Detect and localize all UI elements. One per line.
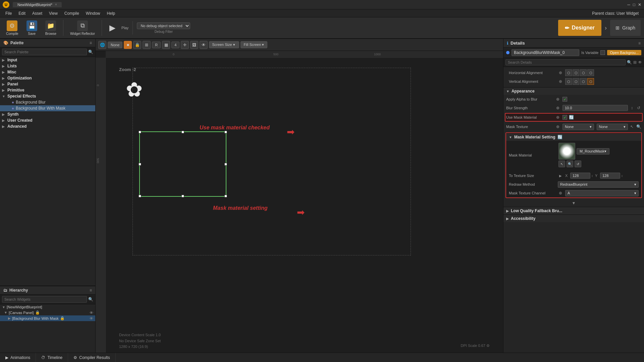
- palette-item-synth[interactable]: ▶ Synth: [0, 111, 95, 117]
- dpi-settings-icon[interactable]: ⚙: [486, 344, 490, 348]
- ha-center-button[interactable]: ⬡: [573, 69, 579, 76]
- lock-icon[interactable]: 🔒: [60, 316, 65, 320]
- mask-material-section-header[interactable]: ▼ Mask Material Setting 🔄: [506, 133, 641, 141]
- save-button[interactable]: 💾 Save: [24, 19, 40, 37]
- va-center-button[interactable]: ⬡: [573, 78, 579, 85]
- image-tool[interactable]: 🖼: [190, 41, 198, 49]
- menu-help[interactable]: Help: [104, 10, 119, 16]
- blur-strength-input[interactable]: [562, 105, 628, 111]
- to-texture-expand-icon[interactable]: ▶: [558, 174, 563, 178]
- mask-material-search-button[interactable]: 🔍: [567, 161, 573, 167]
- widget-name-input[interactable]: [512, 49, 579, 56]
- mask-texture-type-dropdown[interactable]: None ▾: [597, 124, 628, 130]
- use-mask-checkbox[interactable]: [562, 115, 567, 120]
- debug-object-select[interactable]: No debug object selected: [137, 22, 190, 29]
- handle-tm[interactable]: [181, 131, 184, 133]
- mask-texture-reset-icon[interactable]: ⊕: [555, 124, 560, 129]
- open-background-button[interactable]: Open Backgrou...: [607, 50, 641, 55]
- palette-item-lists[interactable]: ▶ Lists: [0, 63, 95, 69]
- play-button[interactable]: ▶: [106, 21, 119, 34]
- minimize-button[interactable]: ─: [627, 2, 630, 7]
- screen-size-dropdown[interactable]: Screen Size ▾: [209, 41, 239, 48]
- palette-item-misc[interactable]: ▶ Misc: [0, 69, 95, 75]
- ha-fill-button[interactable]: ⬡: [587, 69, 594, 76]
- graph-button[interactable]: ⊞ Graph: [610, 20, 641, 36]
- palette-item-background-blur[interactable]: ★ Background Blur: [0, 99, 95, 105]
- va-reset-icon[interactable]: ⊕: [558, 79, 563, 84]
- browse-button[interactable]: 📁 Browse: [43, 19, 59, 37]
- grid-tool[interactable]: ⊞: [143, 41, 151, 49]
- blur-strength-reset2-icon[interactable]: ↺: [636, 106, 641, 110]
- x-arrow-icon[interactable]: ↕: [591, 174, 593, 178]
- details-eye-icon[interactable]: 👁: [638, 60, 642, 65]
- hierarchy-search-input[interactable]: [2, 296, 87, 303]
- low-quality-section-header[interactable]: ▶ Low Quality Fallback Bru...: [503, 207, 644, 215]
- menu-compile[interactable]: Compile: [61, 10, 83, 16]
- mask-texture-arrow-icon[interactable]: ↖: [629, 124, 635, 129]
- palette-search-input[interactable]: [2, 49, 87, 55]
- palette-item-primitive[interactable]: ▶ Primitive: [0, 87, 95, 93]
- menu-asset[interactable]: Asset: [29, 10, 46, 16]
- collapse-icon[interactable]: ▼: [572, 201, 576, 205]
- handle-mr[interactable]: [224, 163, 227, 166]
- apply-alpha-checkbox[interactable]: [562, 97, 567, 102]
- va-top-button[interactable]: ⬡: [565, 78, 572, 85]
- mask-texture-none-dropdown[interactable]: None ▾: [562, 124, 594, 130]
- eye-icon[interactable]: 👁: [90, 316, 93, 320]
- mask-texture-channel-reset-icon[interactable]: ⊕: [558, 191, 563, 195]
- menu-view[interactable]: View: [46, 10, 61, 16]
- selected-widget-box[interactable]: [139, 131, 226, 197]
- hierarchy-item-blueprint[interactable]: ▼ [NewWidgetBlueprint]: [0, 304, 95, 310]
- handle-br[interactable]: [224, 195, 227, 197]
- appearance-section-header[interactable]: ▼ Appearance: [503, 87, 644, 95]
- palette-item-advanced[interactable]: ▶ Advanced: [0, 123, 95, 129]
- menu-edit[interactable]: Edit: [15, 10, 29, 16]
- palette-item-optimization[interactable]: ▶ Optimization: [0, 75, 95, 81]
- y-arrow-icon[interactable]: ↕: [621, 174, 623, 178]
- ha-reset-icon[interactable]: ⊕: [558, 70, 563, 75]
- handle-bm[interactable]: [181, 195, 184, 197]
- accessibility-section-header[interactable]: ▶ Accessibility: [503, 215, 644, 222]
- eye-icon[interactable]: 👁: [90, 311, 93, 315]
- blur-strength-reset-icon[interactable]: ⊕: [555, 106, 560, 110]
- mask-texture-channel-dropdown[interactable]: A ▾: [565, 190, 639, 196]
- is-variable-checkbox[interactable]: [600, 50, 605, 55]
- palette-item-background-blur-mask[interactable]: ★ Background Blur With Mask: [0, 105, 95, 111]
- mask-material-name-dropdown[interactable]: M_RoundMask ▾: [577, 148, 609, 155]
- color-tool-orange[interactable]: ■: [124, 41, 132, 49]
- hierarchy-item-canvas[interactable]: ▼ [Canvas Panel] 🔒 👁: [0, 310, 95, 315]
- blur-strength-arrow-icon[interactable]: ↕: [629, 106, 635, 110]
- hierarchy-menu-icon[interactable]: ≡: [90, 288, 92, 293]
- palette-item-user-created[interactable]: ▶ User Created: [0, 117, 95, 123]
- mask-texture-search2-icon[interactable]: 🔍: [636, 124, 641, 129]
- va-bottom-button[interactable]: ⬡: [580, 78, 587, 85]
- globe-tool[interactable]: 🌐: [98, 41, 106, 49]
- use-mask-reset-icon[interactable]: ⊕: [555, 115, 560, 120]
- hierarchy-item-bgblur[interactable]: ▶ [Background Blur With Mask 🔒 👁: [0, 315, 95, 321]
- designer-button[interactable]: ✏ Designer: [558, 20, 601, 36]
- mask-material-refresh-icon[interactable]: 🔄: [557, 135, 563, 139]
- widget-reflector-button[interactable]: ⧉ Widget Reflector: [67, 19, 98, 37]
- tab-close-button[interactable]: ×: [55, 3, 57, 6]
- fill-screen-dropdown[interactable]: Fill Screen ▾: [240, 41, 267, 48]
- handle-tl[interactable]: [139, 131, 141, 133]
- maximize-button[interactable]: □: [633, 2, 635, 7]
- move-tool[interactable]: ✛: [181, 41, 189, 49]
- grid2-tool[interactable]: ▦: [162, 41, 170, 49]
- mask-material-reset-button[interactable]: ↺: [575, 161, 581, 167]
- redraw-method-dropdown[interactable]: RedrawBlueprint ▾: [558, 181, 639, 188]
- menu-window[interactable]: Window: [83, 10, 104, 16]
- va-fill-button[interactable]: ⬡: [587, 78, 594, 85]
- eye2-tool[interactable]: 👁: [200, 41, 208, 49]
- timeline-tab[interactable]: ⏱ Timeline: [36, 353, 68, 362]
- palette-menu-icon[interactable]: ≡: [90, 41, 92, 45]
- animations-tab[interactable]: ▶ Animations: [0, 353, 36, 362]
- lock-tool[interactable]: 🔒: [133, 41, 141, 49]
- details-search-input[interactable]: [505, 59, 626, 65]
- handle-ml[interactable]: [139, 163, 141, 166]
- editor-tab[interactable]: NewWidgetBlueprint* ×: [13, 2, 62, 7]
- mask-material-back-button[interactable]: ↖: [558, 161, 565, 167]
- ha-right-button[interactable]: ⬡: [580, 69, 587, 76]
- r-tool[interactable]: R: [152, 42, 161, 48]
- handle-tr[interactable]: [224, 131, 227, 133]
